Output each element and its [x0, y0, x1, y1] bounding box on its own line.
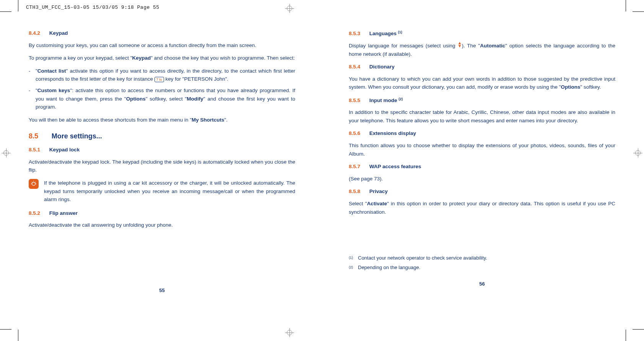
page-number: 56	[349, 280, 615, 288]
footnote-text: Depending on the language.	[358, 264, 420, 272]
body-text: In addition to the specific character ta…	[349, 108, 615, 125]
section-heading-851: 8.5.1 Keypad lock	[29, 146, 295, 154]
registration-mark-icon	[285, 4, 294, 13]
section-heading-858: 8.5.8 Privacy	[349, 187, 615, 196]
page-number: 55	[29, 287, 295, 295]
info-text: If the telephone is plugged in using a c…	[44, 179, 295, 204]
section-heading-85: 8.5 More settings...	[29, 131, 295, 142]
section-heading-857: 8.5.7 WAP access features	[349, 162, 615, 171]
svg-line-5	[35, 182, 36, 183]
info-callout: If the telephone is plugged in using a c…	[29, 179, 295, 204]
keypad-key-icon: 7 tu	[154, 77, 164, 82]
footnotes: (1) Contact your network operator to che…	[349, 254, 615, 272]
section-title: Flip answer	[49, 210, 78, 216]
crop-mark	[18, 0, 18, 11]
registration-mark-icon	[2, 148, 11, 158]
footnote-marker: (1)	[349, 254, 358, 262]
section-number: 8.5.6	[349, 129, 368, 138]
body-text: (See page 73).	[349, 175, 615, 183]
section-number: 8.5	[29, 131, 50, 142]
footnote-text: Contact your network operator to check s…	[358, 254, 487, 262]
footnote-marker: (2)	[349, 264, 358, 272]
section-number: 8.4.2	[29, 29, 48, 37]
crop-mark	[18, 330, 18, 341]
section-heading-853: 8.5.3 Languages (1)	[349, 29, 615, 37]
crop-mark	[633, 329, 644, 330]
section-title: WAP access features	[369, 164, 421, 169]
body-text: To programme a key on your keypad, selec…	[29, 54, 295, 62]
page-spread: 8.4.2 Keypad By customising your keys, y…	[0, 0, 644, 295]
body-text: Display language for messages (select us…	[349, 41, 615, 58]
bullet-dash: -	[29, 86, 36, 111]
section-title: Dictionary	[369, 64, 395, 70]
print-header: CTH3_UM_FCC_15-03-05 15/03/05 9:18 Page …	[26, 5, 159, 10]
body-text: Activate/deactivate the keypad lock. The…	[29, 158, 295, 174]
section-number: 8.5.5	[349, 96, 368, 105]
list-item: - "Contact list" activate this option if…	[29, 67, 295, 83]
section-number: 8.5.1	[29, 146, 48, 154]
section-number: 8.5.2	[29, 209, 48, 218]
crop-mark	[0, 329, 11, 330]
page-right: 8.5.3 Languages (1) Display language for…	[322, 27, 644, 295]
body-text: Select "Activate" in this option in orde…	[349, 200, 615, 216]
svg-point-0	[32, 182, 35, 185]
svg-line-4	[32, 182, 33, 183]
section-title: Keypad	[49, 30, 68, 36]
body-text: You will then be able to access these sh…	[29, 116, 295, 124]
footnote: (2) Depending on the language.	[349, 264, 615, 272]
section-number: 8.5.3	[349, 29, 368, 38]
section-heading-852: 8.5.2 Flip answer	[29, 209, 295, 218]
section-number: 8.5.4	[349, 63, 368, 71]
section-title: More settings...	[52, 132, 102, 140]
section-heading-854: 8.5.4 Dictionary	[349, 63, 615, 71]
body-text: You have a dictionary to which you can a…	[349, 75, 615, 91]
bullet-dash: -	[29, 67, 36, 83]
crop-mark	[633, 11, 644, 12]
section-number: 8.5.7	[349, 162, 368, 171]
list-text: "Contact list" activate this option if y…	[36, 67, 295, 83]
section-title: Privacy	[369, 188, 388, 194]
section-title: Extensions display	[369, 130, 416, 136]
nav-updown-icon: ▲▼	[458, 41, 462, 47]
section-heading-856: 8.5.6 Extensions display	[349, 129, 615, 138]
footnote: (1) Contact your network operator to che…	[349, 254, 615, 262]
crop-mark	[626, 0, 626, 11]
registration-mark-icon	[633, 148, 642, 158]
body-text: By customising your keys, you can call s…	[29, 41, 295, 50]
section-title: Input mode (2)	[369, 97, 403, 103]
section-title: Keypad lock	[49, 147, 80, 153]
registration-mark-icon	[285, 328, 294, 337]
list-text: "Custom keys": activate this option to a…	[36, 86, 295, 111]
section-heading-855: 8.5.5 Input mode (2)	[349, 96, 615, 104]
bullet-list: - "Contact list" activate this option if…	[29, 67, 295, 111]
section-heading-842: 8.4.2 Keypad	[29, 29, 295, 37]
body-text: This function allows you to choose wheth…	[349, 141, 615, 158]
section-number: 8.5.8	[349, 187, 368, 196]
body-text: Activate/deactivate the call answering b…	[29, 221, 295, 229]
section-title: Languages (1)	[369, 31, 402, 36]
crop-mark	[0, 11, 11, 12]
crop-mark	[626, 330, 626, 341]
page-left: 8.4.2 Keypad By customising your keys, y…	[0, 27, 322, 295]
list-item: - "Custom keys": activate this option to…	[29, 86, 295, 111]
tip-icon	[29, 179, 39, 189]
